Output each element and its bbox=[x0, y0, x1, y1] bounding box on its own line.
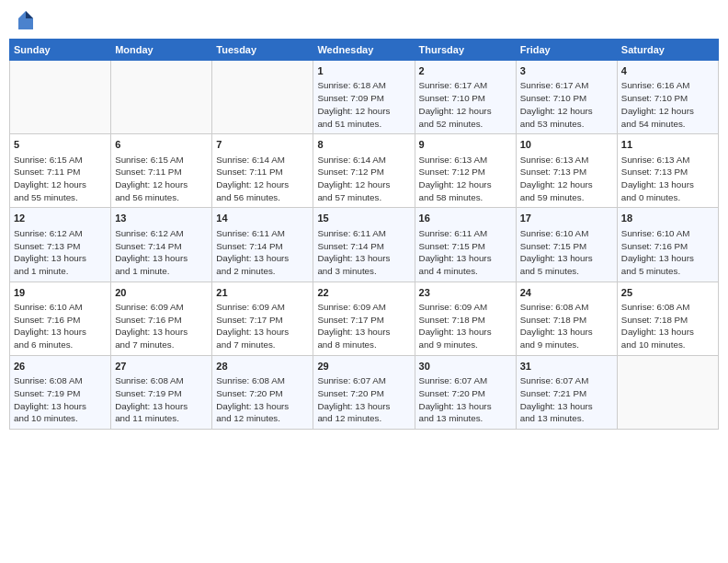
weekday-header-wednesday: Wednesday bbox=[313, 40, 415, 61]
logo bbox=[13, 9, 35, 31]
calendar-week-row: 26Sunrise: 6:08 AM Sunset: 7:19 PM Dayli… bbox=[10, 355, 719, 429]
calendar-cell: 9Sunrise: 6:13 AM Sunset: 7:12 PM Daylig… bbox=[415, 134, 516, 208]
day-info: Sunrise: 6:08 AM Sunset: 7:20 PM Dayligh… bbox=[216, 374, 309, 425]
day-info: Sunrise: 6:07 AM Sunset: 7:21 PM Dayligh… bbox=[520, 374, 613, 425]
calendar-cell: 10Sunrise: 6:13 AM Sunset: 7:13 PM Dayli… bbox=[516, 134, 617, 208]
day-info: Sunrise: 6:18 AM Sunset: 7:09 PM Dayligh… bbox=[317, 79, 410, 130]
day-info: Sunrise: 6:10 AM Sunset: 7:15 PM Dayligh… bbox=[520, 227, 613, 278]
day-info: Sunrise: 6:10 AM Sunset: 7:16 PM Dayligh… bbox=[14, 301, 107, 351]
day-number: 20 bbox=[115, 286, 208, 300]
day-number: 22 bbox=[317, 286, 410, 300]
calendar-cell: 31Sunrise: 6:07 AM Sunset: 7:21 PM Dayli… bbox=[516, 355, 617, 429]
svg-marker-1 bbox=[26, 11, 33, 18]
day-info: Sunrise: 6:08 AM Sunset: 7:19 PM Dayligh… bbox=[115, 374, 208, 425]
calendar-cell: 19Sunrise: 6:10 AM Sunset: 7:16 PM Dayli… bbox=[10, 282, 111, 355]
calendar-cell: 18Sunrise: 6:10 AM Sunset: 7:16 PM Dayli… bbox=[617, 208, 718, 282]
day-info: Sunrise: 6:10 AM Sunset: 7:16 PM Dayligh… bbox=[621, 227, 714, 278]
calendar-cell: 13Sunrise: 6:12 AM Sunset: 7:14 PM Dayli… bbox=[111, 208, 212, 282]
day-number: 27 bbox=[115, 360, 208, 373]
day-info: Sunrise: 6:11 AM Sunset: 7:14 PM Dayligh… bbox=[317, 227, 410, 278]
calendar-cell: 2Sunrise: 6:17 AM Sunset: 7:10 PM Daylig… bbox=[415, 61, 516, 134]
calendar-cell bbox=[111, 61, 212, 134]
day-info: Sunrise: 6:09 AM Sunset: 7:17 PM Dayligh… bbox=[216, 301, 309, 351]
calendar-cell: 27Sunrise: 6:08 AM Sunset: 7:19 PM Dayli… bbox=[111, 355, 212, 429]
calendar-cell: 14Sunrise: 6:11 AM Sunset: 7:14 PM Dayli… bbox=[212, 208, 313, 282]
calendar-cell: 24Sunrise: 6:08 AM Sunset: 7:18 PM Dayli… bbox=[516, 282, 617, 355]
day-info: Sunrise: 6:15 AM Sunset: 7:11 PM Dayligh… bbox=[115, 154, 208, 204]
day-info: Sunrise: 6:12 AM Sunset: 7:13 PM Dayligh… bbox=[14, 227, 107, 278]
day-number: 9 bbox=[419, 138, 512, 152]
day-info: Sunrise: 6:08 AM Sunset: 7:19 PM Dayligh… bbox=[14, 374, 107, 425]
day-info: Sunrise: 6:13 AM Sunset: 7:12 PM Dayligh… bbox=[419, 154, 512, 204]
day-info: Sunrise: 6:08 AM Sunset: 7:18 PM Dayligh… bbox=[621, 301, 714, 351]
calendar-cell: 11Sunrise: 6:13 AM Sunset: 7:13 PM Dayli… bbox=[617, 134, 718, 208]
calendar-cell: 15Sunrise: 6:11 AM Sunset: 7:14 PM Dayli… bbox=[313, 208, 415, 282]
day-info: Sunrise: 6:07 AM Sunset: 7:20 PM Dayligh… bbox=[317, 374, 410, 425]
calendar-cell: 6Sunrise: 6:15 AM Sunset: 7:11 PM Daylig… bbox=[111, 134, 212, 208]
day-number: 19 bbox=[14, 286, 107, 300]
day-number: 6 bbox=[115, 138, 208, 152]
day-info: Sunrise: 6:15 AM Sunset: 7:11 PM Dayligh… bbox=[14, 154, 107, 204]
day-number: 26 bbox=[14, 360, 107, 373]
weekday-header-thursday: Thursday bbox=[415, 40, 516, 61]
day-number: 13 bbox=[115, 212, 208, 225]
day-number: 12 bbox=[14, 212, 107, 225]
calendar-header-row: SundayMondayTuesdayWednesdayThursdayFrid… bbox=[10, 40, 719, 61]
day-number: 25 bbox=[621, 286, 714, 300]
calendar-week-row: 12Sunrise: 6:12 AM Sunset: 7:13 PM Dayli… bbox=[10, 208, 719, 282]
day-info: Sunrise: 6:09 AM Sunset: 7:17 PM Dayligh… bbox=[317, 301, 410, 351]
calendar-table: SundayMondayTuesdayWednesdayThursdayFrid… bbox=[9, 39, 719, 430]
calendar-cell: 17Sunrise: 6:10 AM Sunset: 7:15 PM Dayli… bbox=[516, 208, 617, 282]
day-number: 15 bbox=[317, 212, 410, 225]
calendar-cell: 5Sunrise: 6:15 AM Sunset: 7:11 PM Daylig… bbox=[10, 134, 111, 208]
day-info: Sunrise: 6:13 AM Sunset: 7:13 PM Dayligh… bbox=[621, 154, 714, 204]
logo-icon bbox=[17, 9, 35, 31]
calendar-cell: 20Sunrise: 6:09 AM Sunset: 7:16 PM Dayli… bbox=[111, 282, 212, 355]
day-info: Sunrise: 6:16 AM Sunset: 7:10 PM Dayligh… bbox=[621, 79, 714, 130]
calendar-cell: 28Sunrise: 6:08 AM Sunset: 7:20 PM Dayli… bbox=[212, 355, 313, 429]
day-number: 29 bbox=[317, 360, 410, 373]
calendar-cell: 4Sunrise: 6:16 AM Sunset: 7:10 PM Daylig… bbox=[617, 61, 718, 134]
day-number: 11 bbox=[621, 138, 714, 152]
calendar-cell: 12Sunrise: 6:12 AM Sunset: 7:13 PM Dayli… bbox=[10, 208, 111, 282]
day-number: 5 bbox=[14, 138, 107, 152]
day-number: 18 bbox=[621, 212, 714, 225]
weekday-header-friday: Friday bbox=[516, 40, 617, 61]
day-number: 1 bbox=[317, 64, 410, 78]
day-number: 17 bbox=[520, 212, 613, 225]
day-info: Sunrise: 6:14 AM Sunset: 7:12 PM Dayligh… bbox=[317, 154, 410, 204]
day-info: Sunrise: 6:13 AM Sunset: 7:13 PM Dayligh… bbox=[520, 154, 613, 204]
day-number: 24 bbox=[520, 286, 613, 300]
day-number: 28 bbox=[216, 360, 309, 373]
calendar-week-row: 1Sunrise: 6:18 AM Sunset: 7:09 PM Daylig… bbox=[10, 61, 719, 134]
day-info: Sunrise: 6:08 AM Sunset: 7:18 PM Dayligh… bbox=[520, 301, 613, 351]
calendar-cell: 25Sunrise: 6:08 AM Sunset: 7:18 PM Dayli… bbox=[617, 282, 718, 355]
calendar-cell bbox=[212, 61, 313, 134]
day-info: Sunrise: 6:07 AM Sunset: 7:20 PM Dayligh… bbox=[419, 374, 512, 425]
day-number: 30 bbox=[419, 360, 512, 373]
day-number: 14 bbox=[216, 212, 309, 225]
weekday-header-tuesday: Tuesday bbox=[212, 40, 313, 61]
day-number: 21 bbox=[216, 286, 309, 300]
calendar-cell: 26Sunrise: 6:08 AM Sunset: 7:19 PM Dayli… bbox=[10, 355, 111, 429]
calendar-cell bbox=[617, 355, 718, 429]
calendar-cell: 7Sunrise: 6:14 AM Sunset: 7:11 PM Daylig… bbox=[212, 134, 313, 208]
calendar-cell: 30Sunrise: 6:07 AM Sunset: 7:20 PM Dayli… bbox=[415, 355, 516, 429]
calendar-cell: 8Sunrise: 6:14 AM Sunset: 7:12 PM Daylig… bbox=[313, 134, 415, 208]
day-number: 4 bbox=[621, 64, 714, 78]
calendar-cell: 23Sunrise: 6:09 AM Sunset: 7:18 PM Dayli… bbox=[415, 282, 516, 355]
day-info: Sunrise: 6:17 AM Sunset: 7:10 PM Dayligh… bbox=[419, 79, 512, 130]
day-number: 2 bbox=[419, 64, 512, 78]
day-info: Sunrise: 6:09 AM Sunset: 7:16 PM Dayligh… bbox=[115, 301, 208, 351]
day-number: 8 bbox=[317, 138, 410, 152]
weekday-header-saturday: Saturday bbox=[617, 40, 718, 61]
calendar-cell: 29Sunrise: 6:07 AM Sunset: 7:20 PM Dayli… bbox=[313, 355, 415, 429]
calendar-week-row: 19Sunrise: 6:10 AM Sunset: 7:16 PM Dayli… bbox=[10, 282, 719, 355]
day-info: Sunrise: 6:14 AM Sunset: 7:11 PM Dayligh… bbox=[216, 154, 309, 204]
day-info: Sunrise: 6:17 AM Sunset: 7:10 PM Dayligh… bbox=[520, 79, 613, 130]
day-info: Sunrise: 6:12 AM Sunset: 7:14 PM Dayligh… bbox=[115, 227, 208, 278]
calendar-cell: 3Sunrise: 6:17 AM Sunset: 7:10 PM Daylig… bbox=[516, 61, 617, 134]
calendar-cell: 1Sunrise: 6:18 AM Sunset: 7:09 PM Daylig… bbox=[313, 61, 415, 134]
day-number: 23 bbox=[419, 286, 512, 300]
weekday-header-sunday: Sunday bbox=[10, 40, 111, 61]
